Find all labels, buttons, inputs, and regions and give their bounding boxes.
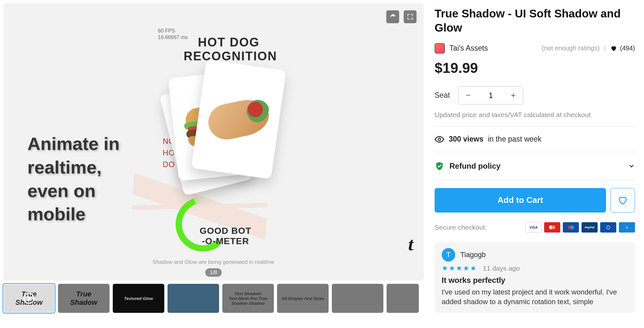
thumbnail-row: True Shadow True Shadow Textured Glow Te… bbox=[3, 284, 424, 315]
thumbnail-label: Text Shadow! Text Mesh Pro True Shadow S… bbox=[227, 290, 269, 307]
review-body: I've used on my latest project and it wo… bbox=[442, 287, 628, 307]
thumbnail-5[interactable]: Text Shadow! Text Mesh Pro True Shadow S… bbox=[222, 284, 274, 313]
thumbnail-label: Textured Glow bbox=[123, 295, 154, 302]
payment-cards: VISA PayPal ◯ ≡ bbox=[525, 222, 635, 233]
burrito-illustration bbox=[205, 95, 272, 143]
tax-note: Updated price and taxes/VAT calculated a… bbox=[435, 111, 635, 119]
thumbnail-label bbox=[401, 297, 404, 300]
gauge-label: GOOD BOT -O-METER bbox=[197, 226, 255, 246]
price: $19.99 bbox=[435, 60, 635, 76]
chevron-down-icon bbox=[628, 163, 635, 170]
seat-row: Seat − 1 + bbox=[435, 86, 635, 104]
publisher-meta: (not enough ratings) | (494) bbox=[542, 45, 635, 52]
publisher-row: Tai's Assets (not enough ratings) | (494… bbox=[435, 43, 635, 54]
ratings-note: (not enough ratings) bbox=[542, 45, 600, 52]
review-avatar: T bbox=[442, 248, 455, 262]
divider bbox=[435, 152, 635, 152]
heart-outline-icon bbox=[618, 195, 628, 205]
secure-checkout-row: Secure checkout: VISA PayPal ◯ ≡ bbox=[435, 222, 635, 233]
detail-column: True Shadow - UI Soft Shadow and Glow Ta… bbox=[424, 0, 644, 328]
thumbnail-label bbox=[192, 297, 195, 300]
views-suffix: in the past week bbox=[488, 135, 541, 144]
heart-icon bbox=[610, 45, 617, 52]
thumbnail-6[interactable]: All Shapes And Sizes bbox=[277, 284, 329, 313]
thumbnail-2[interactable]: True Shadow bbox=[58, 284, 110, 313]
refund-label: Refund policy bbox=[449, 162, 501, 171]
review-header: T Tiagogb bbox=[442, 248, 628, 262]
media-caption: Shadow and Glow are being generated in r… bbox=[3, 259, 424, 265]
watermark: t bbox=[408, 233, 413, 255]
views-count: 300 views bbox=[449, 135, 483, 144]
thumbnail-label: All Shapes And Sizes bbox=[280, 295, 325, 302]
amex-icon: ≡ bbox=[619, 222, 635, 233]
share-button[interactable] bbox=[386, 10, 399, 23]
wishlist-button[interactable] bbox=[610, 188, 635, 213]
review-date: 11 days ago bbox=[483, 264, 520, 272]
card-stack bbox=[176, 65, 266, 194]
media-pager: 1/8 bbox=[205, 268, 222, 277]
review-stars: ★★★★★ bbox=[442, 264, 477, 273]
mastercard-icon bbox=[544, 222, 560, 233]
visa-icon: VISA bbox=[525, 222, 542, 233]
thumbnail-1[interactable]: True Shadow bbox=[3, 284, 55, 313]
seat-stepper: − 1 + bbox=[458, 86, 523, 104]
diners-icon: ◯ bbox=[600, 222, 616, 233]
thumbnail-4[interactable] bbox=[168, 284, 219, 313]
review-author: Tiagogb bbox=[460, 251, 486, 259]
seat-label: Seat bbox=[435, 91, 450, 100]
thumbnail-label: True Shadow bbox=[70, 290, 97, 307]
refund-policy-toggle[interactable]: Refund policy bbox=[435, 160, 635, 180]
secure-label: Secure checkout: bbox=[435, 224, 487, 231]
cta-row: Add to Cart bbox=[435, 188, 635, 213]
share-icon bbox=[389, 13, 396, 20]
play-icon bbox=[24, 293, 34, 304]
paypal-icon: PayPal bbox=[582, 222, 598, 233]
publisher-icon bbox=[435, 43, 445, 54]
divider bbox=[435, 180, 635, 180]
favorites-count[interactable]: (494) bbox=[610, 45, 635, 52]
overlay-heading: Animate in realtime, even on mobile bbox=[27, 132, 163, 226]
shield-check-icon bbox=[435, 161, 444, 171]
seat-decrement[interactable]: − bbox=[458, 87, 478, 104]
review-meta: ★★★★★ 11 days ago bbox=[442, 264, 628, 273]
card-front bbox=[191, 59, 286, 179]
media-main-preview: 60 FPS 16.66667 ms HOT DOG RECOGNITION T… bbox=[3, 3, 424, 281]
add-to-cart-button[interactable]: Add to Cart bbox=[435, 188, 606, 213]
divider bbox=[435, 126, 635, 127]
publisher-link[interactable]: Tai's Assets bbox=[449, 44, 488, 53]
review-title: It works perfectly bbox=[442, 276, 628, 285]
fps-readout: 60 FPS 16.66667 ms bbox=[158, 28, 188, 41]
eye-icon bbox=[435, 134, 444, 144]
thumbnail-7[interactable] bbox=[332, 284, 383, 313]
svg-point-0 bbox=[438, 138, 441, 141]
seat-value: 1 bbox=[478, 91, 504, 100]
views-row: 300 views in the past week bbox=[435, 134, 635, 144]
product-title: True Shadow - UI Soft Shadow and Glow bbox=[435, 6, 635, 35]
review-card: T Tiagogb ★★★★★ 11 days ago It works per… bbox=[435, 242, 635, 313]
separator: | bbox=[604, 45, 606, 52]
media-column: 60 FPS 16.66667 ms HOT DOG RECOGNITION T… bbox=[0, 0, 424, 328]
seat-increment[interactable]: + bbox=[504, 87, 523, 104]
thumbnail-3[interactable]: Textured Glow bbox=[113, 284, 164, 313]
fullscreen-icon bbox=[407, 13, 414, 20]
thumbnail-8[interactable] bbox=[387, 284, 419, 313]
media-action-bar bbox=[386, 10, 417, 23]
maestro-icon bbox=[563, 222, 579, 233]
thumbnail-label bbox=[356, 297, 359, 300]
fullscreen-button[interactable] bbox=[404, 10, 417, 23]
